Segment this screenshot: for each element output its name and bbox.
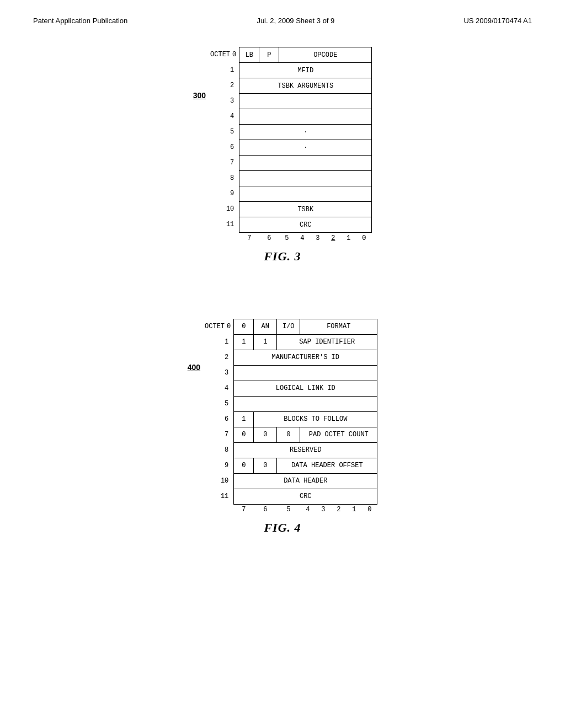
fig4-row-4: 4 <box>205 381 231 396</box>
fig4-cell-0-an: AN <box>254 319 277 334</box>
fig4-data-row-7: 0 0 0 PAD OCTET COUNT <box>234 427 377 442</box>
fig4-cell-0-format: FORMAT <box>300 319 377 334</box>
fig4-row-2: 2 <box>205 350 231 365</box>
fig4-cell-5 <box>234 396 377 411</box>
fig3-data-row-3 <box>239 94 372 109</box>
fig3-row-11: 11 <box>210 217 236 232</box>
fig3-caption: FIG. 3 <box>264 249 301 264</box>
fig3-cell-0-p: P <box>259 47 279 63</box>
fig3-cell-0-lb: LB <box>239 47 259 63</box>
fig3-cell-2-args: TSBK ARGUMENTS <box>239 78 372 94</box>
fig4-bit-1: 1 <box>347 504 362 515</box>
fig4-data-row-3 <box>234 365 377 381</box>
fig4-row-5: 5 <box>205 396 231 411</box>
page: Patent Application Publication Jul. 2, 2… <box>0 0 565 728</box>
fig4-ref: 400 <box>188 363 200 372</box>
fig4-row-8: 8 <box>205 442 231 458</box>
fig4-cell-6-btf: BLOCKS TO FOLLOW <box>254 411 377 427</box>
fig3-data-row-6: · <box>239 140 372 156</box>
fig3-cell-8 <box>239 171 372 186</box>
fig3-grid-wrapper: LB P OPCODE MFID TSBK ARGUMENTS <box>239 47 372 244</box>
fig4-cell-3 <box>234 365 377 381</box>
fig3-bit-6: 6 <box>259 233 279 244</box>
fig3-ref: 300 <box>193 91 206 100</box>
fig4-bit-4: 4 <box>300 504 316 515</box>
fig3-row-4: 4 <box>210 109 236 124</box>
fig3-octet-text: OCTET <box>210 51 230 58</box>
fig4-octet-zero: 0 <box>227 323 231 330</box>
fig3-row-1: 1 <box>210 62 236 78</box>
fig4-data-row-9: 0 0 DATA HEADER OFFSET <box>234 458 377 473</box>
fig4-bit-7: 7 <box>234 504 254 515</box>
fig4-cell-9-0b: 0 <box>254 458 277 473</box>
fig3-cell-9 <box>239 186 372 202</box>
page-header: Patent Application Publication Jul. 2, 2… <box>33 17 532 25</box>
fig4-data-row-2: MANUFACTURER'S ID <box>234 350 377 365</box>
fig3-diagram: 300 OCTET 0 1 2 3 4 5 6 7 8 9 10 11 <box>193 47 372 244</box>
fig3-data-row-11: CRC <box>239 217 372 233</box>
fig4-bit-3: 3 <box>316 504 331 515</box>
fig4-cell-7-0c: 0 <box>277 427 300 442</box>
fig3-data-row-1: MFID <box>239 63 372 78</box>
fig4-cell-9-dho: DATA HEADER OFFSET <box>277 458 377 473</box>
fig4-ref-block: 400 <box>188 319 200 372</box>
fig3-ref-block: 300 <box>193 47 206 100</box>
fig3-data-row-10: TSBK <box>239 202 372 217</box>
fig3-data-row-9 <box>239 186 372 202</box>
fig4-cell-1-sap: SAP IDENTIFIER <box>277 334 377 350</box>
fig3-row-6: 6 <box>210 140 236 155</box>
fig4-cell-7-0b: 0 <box>254 427 277 442</box>
fig4-cell-9-0a: 0 <box>234 458 254 473</box>
fig3-row-8: 8 <box>210 170 236 186</box>
fig3-cell-3 <box>239 94 372 109</box>
fig3-cell-0-opcode: OPCODE <box>279 47 372 63</box>
fig3-cell-5: · <box>239 125 372 140</box>
fig3-data-row-0: LB P OPCODE <box>239 47 372 63</box>
fig3-data-row-8 <box>239 171 372 186</box>
fig3-bit-4: 4 <box>295 233 310 244</box>
fig3-row-9: 9 <box>210 186 236 201</box>
fig3-row-3: 3 <box>210 93 236 109</box>
fig3-section: 300 OCTET 0 1 2 3 4 5 6 7 8 9 10 11 <box>33 47 532 264</box>
fig3-bit-7: 7 <box>239 233 259 244</box>
fig4-caption: FIG. 4 <box>264 521 301 535</box>
fig4-bit-row: 7 6 5 4 3 2 1 0 <box>234 504 377 515</box>
fig4-cell-8-reserved: RESERVED <box>234 442 377 458</box>
fig4-cell-6-1: 1 <box>234 411 254 427</box>
fig4-cell-4-llid: LOGICAL LINK ID <box>234 381 377 396</box>
fig3-data-row-2: TSBK ARGUMENTS <box>239 78 372 94</box>
fig4-row-labels: OCTET 0 1 2 3 4 5 6 7 8 9 10 11 <box>205 319 231 504</box>
fig4-bit-2: 2 <box>331 504 347 515</box>
fig3-cell-6: · <box>239 140 372 156</box>
fig3-cell-1-mfid: MFID <box>239 63 372 78</box>
header-right: US 2009/0170474 A1 <box>463 17 532 25</box>
fig4-row-6: 6 <box>205 411 231 427</box>
fig4-data-row-6: 1 BLOCKS TO FOLLOW <box>234 411 377 427</box>
fig3-row-10: 10 <box>210 201 236 217</box>
fig3-grid: LB P OPCODE MFID TSBK ARGUMENTS <box>239 47 372 244</box>
fig3-bit-5: 5 <box>279 233 295 244</box>
fig4-cell-1-1a: 1 <box>234 334 254 350</box>
fig4-section: 400 OCTET 0 1 2 3 4 5 6 7 8 9 10 11 <box>33 319 532 536</box>
fig4-data-row-5 <box>234 396 377 411</box>
fig4-row-10: 10 <box>205 473 231 489</box>
fig4-cell-1-1b: 1 <box>254 334 277 350</box>
header-left: Patent Application Publication <box>33 17 127 25</box>
fig3-row-labels: OCTET 0 1 2 3 4 5 6 7 8 9 10 11 <box>210 47 236 232</box>
fig4-data-row-0: 0 AN I/O FORMAT <box>234 319 377 334</box>
fig4-bit-5: 5 <box>277 504 300 515</box>
fig4-data-row-1: 1 1 SAP IDENTIFIER <box>234 334 377 350</box>
fig3-bit-1: 1 <box>341 233 356 244</box>
fig3-data-row-7 <box>239 156 372 171</box>
fig4-diagram: 400 OCTET 0 1 2 3 4 5 6 7 8 9 10 11 <box>188 319 378 516</box>
fig4-cell-7-poc: PAD OCTET COUNT <box>300 427 377 442</box>
fig3-row-7: 7 <box>210 155 236 170</box>
fig3-bit-0: 0 <box>356 233 372 244</box>
fig4-cell-11-crc: CRC <box>234 489 377 504</box>
fig3-data-row-4 <box>239 109 372 125</box>
fig4-bit-0: 0 <box>362 504 377 515</box>
header-center: Jul. 2, 2009 Sheet 3 of 9 <box>257 17 334 25</box>
fig3-data-row-5: · <box>239 125 372 140</box>
fig3-cell-7 <box>239 156 372 171</box>
fig3-bit-3: 3 <box>310 233 326 244</box>
